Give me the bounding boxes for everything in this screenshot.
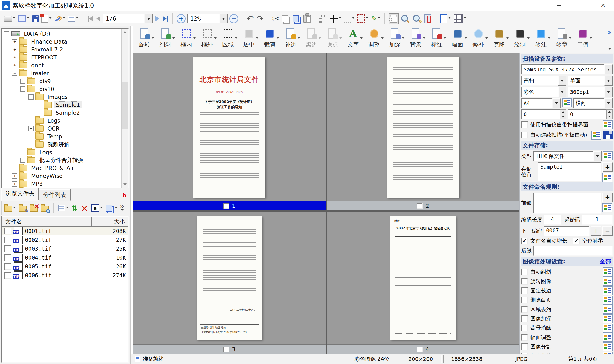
preproc-checkbox[interactable]	[521, 297, 528, 303]
dropdown-arrow-icon[interactable]	[553, 98, 561, 108]
offset-y-stepper[interactable]: 0	[568, 109, 613, 119]
dropdown-arrow-icon[interactable]	[62, 17, 65, 20]
expand-icon[interactable]: +	[12, 47, 17, 52]
scanner-select[interactable]: Samsung SCX-472x Series	[521, 65, 613, 75]
dropdown-arrow-icon[interactable]	[352, 17, 355, 20]
tool-region[interactable]: 区域	[218, 26, 238, 48]
scrollbar-thumb[interactable]	[122, 82, 128, 129]
expand-icon[interactable]: +	[12, 55, 17, 60]
zoom-out-button[interactable]: −	[229, 14, 238, 23]
spin-down-icon[interactable]	[606, 114, 613, 119]
increment-code-button[interactable]: +	[591, 226, 601, 236]
tree-item[interactable]: Logs	[2, 148, 121, 156]
expand-icon[interactable]: +	[20, 157, 26, 163]
dropdown-arrow-icon[interactable]	[49, 17, 52, 20]
file-row[interactable]: TIF0001.tif208K	[2, 227, 128, 235]
column-header-size[interactable]: 大小	[92, 217, 128, 227]
dropdown-arrow-icon[interactable]	[115, 207, 118, 210]
search-folder-button[interactable]	[40, 204, 49, 212]
tree-item[interactable]: Sample1	[2, 101, 121, 109]
dropdown-arrow-icon[interactable]	[548, 37, 550, 40]
ruler-button[interactable]	[319, 14, 327, 23]
expand-icon[interactable]: +	[20, 78, 26, 84]
dropdown-arrow-icon[interactable]	[593, 151, 601, 161]
dropdown-arrow-icon[interactable]	[448, 17, 451, 20]
save-settings-icon[interactable]	[603, 131, 613, 139]
expand-icon[interactable]: +	[12, 63, 17, 68]
decrement-code-button[interactable]: −	[602, 226, 613, 236]
preproc-settings-icon[interactable]	[603, 342, 613, 351]
next-code-field[interactable]: 0007	[544, 226, 589, 236]
preproc-settings-icon[interactable]	[603, 286, 613, 295]
dropdown-arrow-icon[interactable]	[558, 87, 566, 97]
use-scanner-ui-checkbox[interactable]	[521, 121, 528, 128]
tree-item[interactable]: Logs	[2, 117, 121, 125]
dropdown-arrow-icon[interactable]	[319, 37, 321, 40]
dropdown-arrow-icon[interactable]	[76, 17, 79, 20]
dropdown-arrow-icon[interactable]	[172, 37, 175, 40]
dropdown-arrow-icon[interactable]	[604, 87, 613, 97]
tools-button[interactable]	[54, 15, 66, 23]
page-caption-2[interactable]: 2	[327, 201, 519, 210]
preproc-checkbox[interactable]	[521, 287, 528, 294]
undo-button[interactable]: ↶	[246, 14, 254, 24]
dropdown-arrow-icon[interactable]	[277, 37, 279, 40]
preproc-settings-icon[interactable]	[603, 296, 613, 305]
tree-item[interactable]: +MP3	[2, 180, 121, 188]
preproc-checkbox[interactable]	[521, 315, 528, 322]
paste-button[interactable]	[303, 14, 311, 23]
code-length-field[interactable]: 4	[544, 215, 561, 225]
dropdown-arrow-icon[interactable]	[463, 17, 466, 20]
last-page-button[interactable]	[162, 15, 169, 22]
dropdown-arrow-icon[interactable]	[214, 37, 217, 40]
scan-mode-select[interactable]: 高扫	[521, 76, 566, 86]
preproc-settings-icon[interactable]	[603, 314, 613, 323]
first-page-button[interactable]	[87, 15, 94, 22]
preproc-checkbox[interactable]	[521, 343, 528, 350]
tree-item[interactable]: −Images	[2, 93, 121, 101]
preproc-settings-icon[interactable]	[603, 333, 613, 342]
tree-item[interactable]: Temp	[2, 132, 121, 140]
tree-item[interactable]: −dis10	[2, 85, 121, 93]
file-checkbox[interactable]	[4, 272, 11, 279]
file-checkbox[interactable]	[4, 263, 11, 270]
select-red-region-button[interactable]	[357, 14, 369, 24]
overflow-arrow-icon[interactable]	[121, 209, 124, 212]
select-all-link[interactable]: 全部	[600, 258, 611, 265]
view-options-button[interactable]	[67, 15, 79, 22]
page-thumbnail-1[interactable]: 北京市统计局文件 京统发〔2002〕140号 关于开展2002年度《统计证》 验…	[193, 57, 265, 197]
page-thumbnail-4[interactable]: 附件: 2002 年北京市《统计证》验证登记表	[391, 216, 456, 340]
scroll-up-icon[interactable]	[122, 29, 128, 35]
preproc-settings-icon[interactable]	[603, 351, 613, 354]
preproc-checkbox[interactable]	[521, 306, 528, 313]
preproc-checkbox[interactable]	[521, 325, 528, 331]
start-code-field[interactable]: 1	[582, 215, 613, 225]
file-checkbox[interactable]	[4, 237, 11, 243]
dropdown-arrow-icon[interactable]	[423, 37, 425, 40]
prefix-field[interactable]	[533, 193, 601, 214]
tree-scrollbar[interactable]	[121, 29, 128, 188]
page-thumbnail-2[interactable]	[387, 57, 459, 197]
maximize-button[interactable]: □	[570, 0, 592, 11]
page-number-combo[interactable]: 1/6	[103, 14, 153, 24]
tool-deskew[interactable]: 纠斜	[155, 26, 176, 48]
scroll-down-icon[interactable]	[122, 181, 128, 188]
tool-clone[interactable]: 克隆	[489, 26, 510, 48]
expand-icon[interactable]: +	[12, 39, 17, 44]
tool-text[interactable]: A文字	[343, 26, 363, 48]
delete-folder-button[interactable]	[29, 204, 38, 212]
dropdown-arrow-icon[interactable]	[256, 37, 258, 40]
magnifier-edit-button[interactable]	[412, 14, 422, 24]
file-row[interactable]: TIF0006.tif274K	[2, 271, 128, 280]
dropdown-arrow-icon[interactable]	[13, 207, 16, 210]
dropdown-arrow-icon[interactable]	[298, 37, 300, 40]
rename-folder-button[interactable]	[18, 204, 27, 212]
color-mode-select[interactable]: 彩色	[521, 87, 566, 97]
pan-tool-button[interactable]	[389, 13, 399, 24]
file-type-select[interactable]: TIF图像文件	[533, 151, 601, 161]
tool-draw[interactable]: 绘制	[510, 26, 530, 48]
auto-grow-checkbox[interactable]	[521, 238, 528, 244]
prefix-settings-icon[interactable]	[602, 203, 612, 212]
convert-button[interactable]	[105, 204, 118, 212]
dropdown-arrow-icon[interactable]	[527, 37, 530, 40]
